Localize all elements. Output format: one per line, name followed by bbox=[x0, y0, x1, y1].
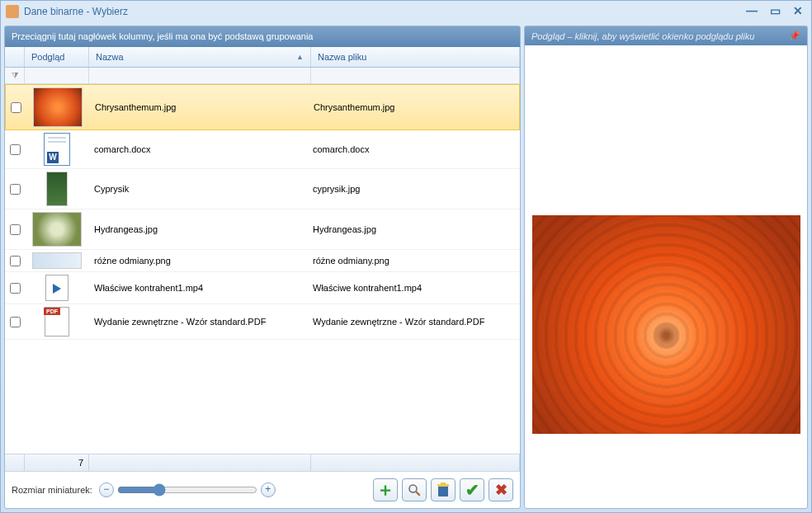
content-area: Przeciągnij tutaj nagłówek kolumny, jeśl… bbox=[1, 22, 811, 512]
thumbnail-size-slider-group: − + bbox=[99, 482, 276, 497]
grid-footer: 7 bbox=[5, 454, 520, 471]
ok-button[interactable]: ✔ bbox=[460, 478, 484, 501]
column-filename[interactable]: Nazwa pliku bbox=[311, 47, 520, 67]
row-thumbnail-cell bbox=[25, 272, 89, 304]
row-file-cell: Chrysanthemum.jpg bbox=[309, 100, 517, 115]
table-row[interactable]: Cyprysikcyprysik.jpg bbox=[5, 169, 520, 209]
trash-icon bbox=[436, 482, 451, 498]
row-checkbox[interactable] bbox=[10, 256, 21, 266]
app-window: Dane binarne - Wybierz — ▭ ✕ Przeciągnij… bbox=[0, 0, 812, 513]
window-title: Dane binarne - Wybierz bbox=[24, 6, 744, 17]
filter-icon-cell[interactable]: ⧩ bbox=[5, 68, 25, 83]
footer-count: 7 bbox=[25, 454, 89, 471]
row-checkbox[interactable] bbox=[10, 224, 21, 235]
svg-line-1 bbox=[416, 492, 420, 496]
row-name-cell: Właściwe kontrahent1.mp4 bbox=[89, 280, 308, 295]
table-row[interactable]: Chrysanthemum.jpgChrysanthemum.jpg bbox=[5, 84, 520, 130]
magnifier-icon bbox=[407, 482, 422, 497]
slider-decrease-button[interactable]: − bbox=[99, 482, 114, 497]
slider-label: Rozmiar miniaturek: bbox=[12, 485, 92, 495]
group-by-bar[interactable]: Przeciągnij tutaj nagłówek kolumny, jeśl… bbox=[5, 26, 520, 47]
table-row[interactable]: Wydanie zewnętrzne - Wzór standard.PDFWy… bbox=[5, 304, 520, 340]
column-file-label: Nazwa pliku bbox=[318, 52, 366, 62]
pin-icon[interactable]: 📌 bbox=[789, 31, 800, 41]
preview-body bbox=[525, 45, 807, 508]
row-file-cell: różne odmiany.png bbox=[308, 253, 517, 268]
column-name[interactable]: Nazwa ▲ bbox=[89, 47, 311, 67]
thumbnail-hydrangea[interactable] bbox=[32, 212, 82, 247]
preview-image[interactable] bbox=[532, 215, 800, 434]
add-button[interactable]: ＋ bbox=[373, 478, 398, 501]
titlebar[interactable]: Dane binarne - Wybierz — ▭ ✕ bbox=[1, 1, 811, 22]
row-checkbox-cell bbox=[5, 280, 25, 296]
table-row[interactable]: różne odmiany.pngróżne odmiany.png bbox=[5, 250, 520, 272]
row-checkbox[interactable] bbox=[10, 144, 21, 155]
grid-panel: Przeciągnij tutaj nagłówek kolumny, jeśl… bbox=[4, 26, 521, 509]
row-checkbox-cell bbox=[5, 222, 25, 238]
minimize-button[interactable]: — bbox=[744, 5, 760, 18]
thumbnail-png-thumb[interactable] bbox=[32, 252, 82, 269]
row-name-cell: comarch.docx bbox=[89, 142, 308, 157]
svg-rect-3 bbox=[437, 484, 449, 487]
footer-spacer3 bbox=[311, 454, 520, 471]
svg-rect-2 bbox=[438, 486, 448, 497]
row-checkbox-cell bbox=[5, 181, 25, 197]
thumbnail-conifer[interactable] bbox=[46, 172, 68, 206]
column-checkbox[interactable] bbox=[5, 47, 25, 67]
filter-thumb[interactable] bbox=[25, 68, 89, 83]
row-file-cell: Wydanie zewnętrzne - Wzór standard.PDF bbox=[308, 314, 517, 329]
row-thumbnail-cell bbox=[25, 250, 89, 271]
footer-spacer2 bbox=[89, 454, 311, 471]
column-thumbnail[interactable]: Podgląd bbox=[25, 47, 89, 67]
row-name-cell: Chrysanthemum.jpg bbox=[90, 100, 309, 115]
footer-spacer1 bbox=[5, 454, 25, 471]
row-name-cell: Hydrangeas.jpg bbox=[89, 222, 308, 237]
funnel-icon: ⧩ bbox=[12, 71, 18, 81]
row-checkbox[interactable] bbox=[10, 317, 21, 327]
column-thumb-label: Podgląd bbox=[31, 52, 64, 62]
row-checkbox[interactable] bbox=[10, 283, 21, 294]
row-thumbnail-cell bbox=[25, 209, 89, 249]
thumbnail-pdf[interactable] bbox=[45, 307, 69, 337]
thumbnail-size-slider[interactable] bbox=[117, 483, 257, 497]
thumbnail-mp4[interactable] bbox=[45, 275, 68, 301]
filter-row: ⧩ bbox=[5, 68, 520, 84]
preview-header-label: Podgląd – kliknij, aby wyświetlić okienk… bbox=[531, 31, 754, 41]
thumbnail-doc[interactable] bbox=[44, 133, 70, 166]
row-name-cell: różne odmiany.png bbox=[89, 253, 308, 268]
maximize-button[interactable]: ▭ bbox=[767, 5, 783, 18]
close-button[interactable]: ✕ bbox=[790, 5, 806, 18]
cancel-button[interactable]: ✖ bbox=[489, 478, 513, 501]
row-checkbox[interactable] bbox=[11, 102, 21, 113]
row-checkbox-cell bbox=[6, 100, 26, 115]
row-checkbox-cell bbox=[5, 314, 25, 330]
bottom-toolbar: Rozmiar miniaturek: − + ＋ ✔ ✖ bbox=[5, 471, 520, 508]
svg-rect-4 bbox=[441, 482, 446, 484]
preview-panel: Podgląd – kliknij, aby wyświetlić okienk… bbox=[524, 26, 808, 509]
thumbnail-flower[interactable] bbox=[33, 87, 83, 127]
table-row[interactable]: Hydrangeas.jpgHydrangeas.jpg bbox=[5, 209, 520, 250]
preview-header[interactable]: Podgląd – kliknij, aby wyświetlić okienk… bbox=[525, 26, 807, 45]
slider-increase-button[interactable]: + bbox=[261, 482, 276, 497]
delete-button[interactable] bbox=[431, 478, 456, 501]
sort-ascending-icon: ▲ bbox=[296, 53, 304, 61]
row-thumbnail-cell bbox=[25, 304, 89, 339]
row-name-cell: Wydanie zewnętrzne - Wzór standard.PDF bbox=[89, 314, 308, 329]
grid-body[interactable]: Chrysanthemum.jpgChrysanthemum.jpgcomarc… bbox=[5, 84, 520, 454]
row-checkbox-cell bbox=[5, 142, 25, 158]
row-thumbnail-cell bbox=[25, 130, 89, 168]
filter-file[interactable] bbox=[311, 68, 520, 83]
row-checkbox[interactable] bbox=[10, 184, 21, 195]
table-row[interactable]: comarch.docxcomarch.docx bbox=[5, 130, 520, 169]
column-name-label: Nazwa bbox=[96, 52, 124, 62]
grid-header: Podgląd Nazwa ▲ Nazwa pliku bbox=[5, 47, 520, 68]
row-file-cell: Hydrangeas.jpg bbox=[308, 222, 517, 237]
table-row[interactable]: Właściwe kontrahent1.mp4Właściwe kontrah… bbox=[5, 272, 520, 304]
row-checkbox-cell bbox=[5, 253, 25, 269]
row-thumbnail-cell bbox=[25, 169, 89, 209]
svg-point-0 bbox=[409, 485, 417, 492]
row-file-cell: comarch.docx bbox=[308, 142, 517, 157]
filter-name[interactable] bbox=[89, 68, 311, 83]
search-button[interactable] bbox=[402, 478, 427, 501]
app-icon bbox=[6, 5, 19, 18]
